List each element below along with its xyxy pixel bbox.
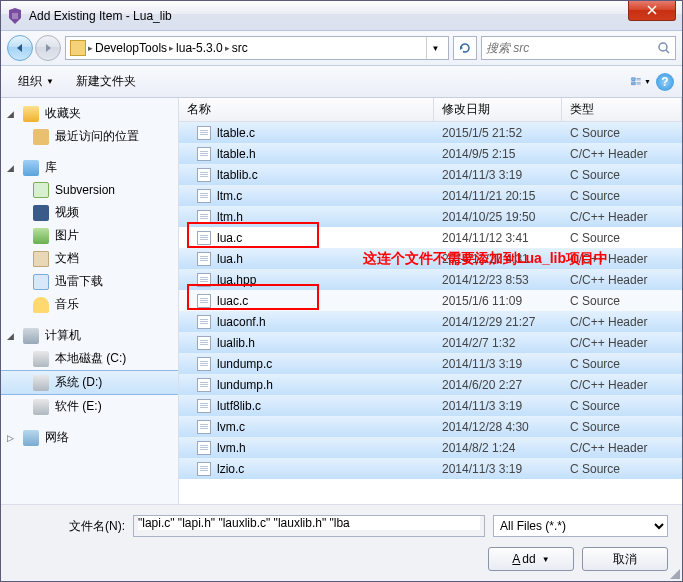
breadcrumb-seg-2[interactable]: lua-5.3.0: [176, 41, 223, 55]
refresh-icon: [458, 41, 472, 55]
file-row[interactable]: lua.h2014/12/27 4:31C/C++ Header: [179, 248, 682, 269]
back-icon: [14, 42, 26, 54]
file-row[interactable]: lualib.h2014/2/7 1:32C/C++ Header: [179, 332, 682, 353]
view-button[interactable]: ▼: [630, 71, 652, 93]
file-row[interactable]: lvm.c2014/12/28 4:30C Source: [179, 416, 682, 437]
sidebar-network[interactable]: ▷网络: [1, 426, 178, 449]
bottom-panel: 文件名(N): All Files (*.*) Add▼ 取消: [1, 504, 682, 581]
svg-rect-2: [632, 82, 635, 85]
file-row[interactable]: lua.c2014/11/12 3:41C Source: [179, 227, 682, 248]
file-row[interactable]: lvm.h2014/8/2 1:24C/C++ Header: [179, 437, 682, 458]
sidebar-computer[interactable]: ◢计算机: [1, 324, 178, 347]
close-icon: [647, 5, 657, 15]
file-icon: [197, 210, 211, 224]
file-row[interactable]: luac.c2015/1/6 11:09C Source: [179, 290, 682, 311]
window-title: Add Existing Item - Lua_lib: [29, 9, 628, 23]
computer-icon: [23, 328, 39, 344]
file-row[interactable]: ltm.h2014/10/25 19:50C/C++ Header: [179, 206, 682, 227]
breadcrumb-seg-3[interactable]: src: [232, 41, 248, 55]
file-row[interactable]: lzio.c2014/11/3 3:19C Source: [179, 458, 682, 479]
expand-icon: ◢: [7, 331, 17, 341]
sidebar-doc[interactable]: 文档: [1, 247, 178, 270]
file-icon: [197, 252, 211, 266]
disk-icon: [33, 375, 49, 391]
titlebar[interactable]: Add Existing Item - Lua_lib: [1, 1, 682, 31]
file-icon: [197, 357, 211, 371]
file-row[interactable]: luaconf.h2014/12/29 21:27C/C++ Header: [179, 311, 682, 332]
file-icon: [197, 147, 211, 161]
sidebar-image[interactable]: 图片: [1, 224, 178, 247]
file-row[interactable]: lua.hpp2014/12/23 8:53C/C++ Header: [179, 269, 682, 290]
file-row[interactable]: ltm.c2014/11/21 20:15C Source: [179, 185, 682, 206]
cancel-button[interactable]: 取消: [582, 547, 668, 571]
chevron-right-icon: ▸: [225, 43, 230, 53]
file-icon: [197, 441, 211, 455]
nav-arrows: [7, 35, 61, 61]
library-icon: [23, 160, 39, 176]
breadcrumb[interactable]: ▸ DevelopTools ▸ lua-5.3.0 ▸ src ▼: [65, 36, 449, 60]
nav-bar: ▸ DevelopTools ▸ lua-5.3.0 ▸ src ▼: [1, 31, 682, 66]
file-row[interactable]: lundump.h2014/6/20 2:27C/C++ Header: [179, 374, 682, 395]
chevron-right-icon: ▸: [88, 43, 93, 53]
sidebar: ◢收藏夹 最近访问的位置 ◢库 Subversion 视频 图片 文档 迅雷下载…: [1, 98, 179, 504]
svg-point-0: [659, 43, 667, 51]
resize-grip[interactable]: [668, 567, 680, 579]
search-icon: [657, 41, 671, 55]
music-icon: [33, 297, 49, 313]
sidebar-disk-e[interactable]: 软件 (E:): [1, 395, 178, 418]
filename-box[interactable]: [133, 515, 485, 537]
sidebar-disk-c[interactable]: 本地磁盘 (C:): [1, 347, 178, 370]
col-type[interactable]: 类型: [562, 98, 682, 121]
chevron-right-icon: ▸: [169, 43, 174, 53]
chevron-down-icon: ▼: [432, 44, 440, 53]
filter-select[interactable]: All Files (*.*): [493, 515, 668, 537]
file-row[interactable]: ltable.h2014/9/5 2:15C/C++ Header: [179, 143, 682, 164]
sidebar-favorites[interactable]: ◢收藏夹: [1, 102, 178, 125]
network-icon: [23, 430, 39, 446]
search-box[interactable]: [481, 36, 676, 60]
file-row[interactable]: lutf8lib.c2014/11/3 3:19C Source: [179, 395, 682, 416]
forward-icon: [42, 42, 54, 54]
sidebar-download[interactable]: 迅雷下载: [1, 270, 178, 293]
add-button[interactable]: Add▼: [488, 547, 574, 571]
expand-icon: ◢: [7, 163, 17, 173]
file-icon: [197, 189, 211, 203]
collapse-icon: ▷: [7, 433, 17, 443]
organize-button[interactable]: 组织▼: [9, 70, 63, 94]
col-date[interactable]: 修改日期: [434, 98, 562, 121]
sidebar-music[interactable]: 音乐: [1, 293, 178, 316]
breadcrumb-seg-1[interactable]: DevelopTools: [95, 41, 167, 55]
sidebar-disk-d[interactable]: 系统 (D:): [1, 370, 178, 395]
download-icon: [33, 274, 49, 290]
search-input[interactable]: [486, 41, 657, 55]
breadcrumb-dropdown[interactable]: ▼: [426, 37, 444, 59]
sidebar-video[interactable]: 视频: [1, 201, 178, 224]
folder-icon: [70, 40, 86, 56]
svg-rect-1: [632, 77, 635, 80]
file-icon: [197, 462, 211, 476]
col-name[interactable]: 名称: [179, 98, 434, 121]
help-button[interactable]: ?: [656, 73, 674, 91]
file-icon: [197, 168, 211, 182]
disk-icon: [33, 399, 49, 415]
file-icon: [197, 315, 211, 329]
file-row[interactable]: ltable.c2015/1/5 21:52C Source: [179, 122, 682, 143]
star-icon: [23, 106, 39, 122]
file-row[interactable]: ltablib.c2014/11/3 3:19C Source: [179, 164, 682, 185]
close-button[interactable]: [628, 1, 676, 21]
sidebar-subversion[interactable]: Subversion: [1, 179, 178, 201]
filename-input[interactable]: [138, 516, 480, 530]
filename-label: 文件名(N):: [15, 518, 125, 535]
refresh-button[interactable]: [453, 36, 477, 60]
document-icon: [33, 251, 49, 267]
disk-icon: [33, 351, 49, 367]
file-list[interactable]: ltable.c2015/1/5 21:52C Source ltable.h2…: [179, 122, 682, 504]
expand-icon: ◢: [7, 109, 17, 119]
file-row[interactable]: lundump.c2014/11/3 3:19C Source: [179, 353, 682, 374]
back-button[interactable]: [7, 35, 33, 61]
sidebar-libraries[interactable]: ◢库: [1, 156, 178, 179]
sidebar-recent[interactable]: 最近访问的位置: [1, 125, 178, 148]
forward-button[interactable]: [35, 35, 61, 61]
view-icon: [631, 75, 642, 89]
newfolder-button[interactable]: 新建文件夹: [67, 70, 145, 94]
